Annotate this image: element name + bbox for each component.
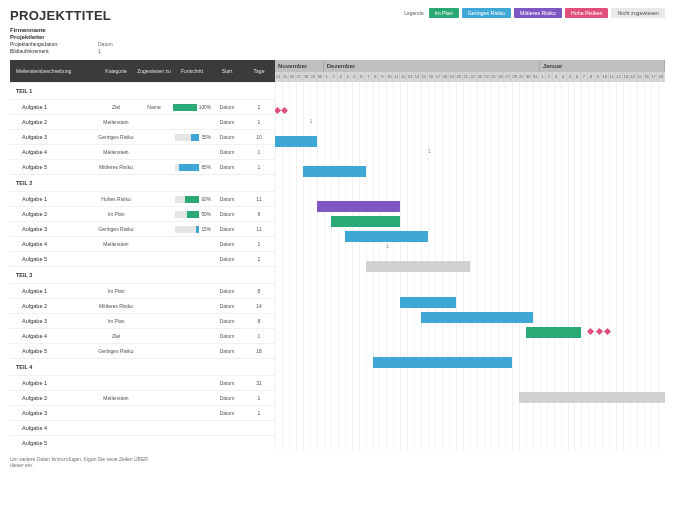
legend-chip: Hohe Risiken: [565, 8, 609, 18]
gantt-row: [275, 339, 665, 354]
day-cell: 27: [296, 72, 303, 82]
day-cell: 20: [456, 72, 463, 82]
gantt-row: 1: [275, 118, 665, 133]
gantt-row: [275, 163, 665, 178]
day-cell: 18: [657, 72, 664, 82]
day-cell: 6: [574, 72, 581, 82]
day-cell: 9: [595, 72, 602, 82]
col-days: Tage: [243, 68, 275, 74]
milestone-icon: [587, 327, 594, 334]
day-cell: 24: [275, 72, 282, 82]
table-row[interactable]: Aufgabe 4MeilensteinDatum1: [10, 236, 275, 251]
gantt-bar[interactable]: [366, 261, 470, 272]
gantt-row: [275, 434, 665, 449]
table-row[interactable]: Aufgabe 5Datum1: [10, 251, 275, 266]
gantt-bar[interactable]: [519, 392, 665, 403]
legend-chip: Mittleres Risiko: [514, 8, 562, 18]
gantt-bar[interactable]: [400, 297, 456, 308]
table-row[interactable]: Aufgabe 1Hohes Risiko60%Datum11: [10, 191, 275, 206]
table-row[interactable]: Aufgabe 2MeilensteinDatum1: [10, 114, 275, 129]
gantt-bar[interactable]: [345, 231, 429, 242]
day-cell: 3: [553, 72, 560, 82]
day-cell: 29: [518, 72, 525, 82]
col-progress: Fortschritt: [173, 68, 211, 74]
legend-chip: Geringes Risiko: [462, 8, 511, 18]
gantt-row: [275, 133, 665, 148]
table-row[interactable]: Aufgabe 5Geringes RisikoDatum18: [10, 343, 275, 358]
table-row[interactable]: Aufgabe 3Datum1: [10, 405, 275, 420]
goal-header: TEIL 4: [10, 358, 275, 375]
day-cell: 12: [400, 72, 407, 82]
gantt-bar[interactable]: [317, 201, 401, 212]
day-cell: 19: [449, 72, 456, 82]
company-label: Firmenname: [10, 27, 80, 33]
table-row[interactable]: Aufgabe 4MeilensteinDatum1: [10, 144, 275, 159]
gantt-row: [275, 258, 665, 273]
day-row: 2425262728293012345678910111213141516171…: [275, 72, 665, 82]
day-cell: 12: [616, 72, 623, 82]
day-cell: 9: [379, 72, 386, 82]
milestone-icon: [596, 327, 603, 334]
gantt-row: [275, 103, 665, 118]
gantt-bar[interactable]: [373, 357, 512, 368]
goal-header: TEIL 1: [10, 82, 275, 99]
gantt-row: 1: [275, 243, 665, 258]
day-cell: 2: [546, 72, 553, 82]
month-cell: Dezember: [324, 60, 540, 72]
day-cell: 15: [637, 72, 644, 82]
footer-note: Um weitere Daten hinzuzufügen, fügen Sie…: [10, 456, 160, 468]
gantt-chart: NovemberDezemberJanuar 24252627282930123…: [275, 60, 665, 450]
table-row[interactable]: Aufgabe 2Im Plan50%Datum9: [10, 206, 275, 221]
day-cell: 26: [289, 72, 296, 82]
legend-label: Legende: [404, 10, 423, 16]
gantt-row: [275, 294, 665, 309]
milestone-icon: [281, 106, 288, 113]
gantt-row: [275, 228, 665, 243]
gantt-bar[interactable]: [275, 136, 317, 147]
day-cell: 5: [351, 72, 358, 82]
table-row[interactable]: Aufgabe 1Im PlanDatum8: [10, 283, 275, 298]
gantt-bar[interactable]: [421, 312, 532, 323]
day-cell: 10: [602, 72, 609, 82]
col-start: Start: [211, 68, 243, 74]
table-row[interactable]: Aufgabe 5: [10, 435, 275, 450]
day-cell: 13: [623, 72, 630, 82]
table-row[interactable]: Aufgabe 4: [10, 420, 275, 435]
gantt-row: [275, 404, 665, 419]
legend-chip: Nicht zugewiesen: [611, 8, 665, 18]
day-cell: 6: [358, 72, 365, 82]
note-label: 1: [386, 244, 389, 249]
gantt-bar[interactable]: [331, 216, 401, 227]
gantt-bar[interactable]: [526, 327, 582, 338]
milestone-icon: [604, 327, 611, 334]
gantt-row: [275, 419, 665, 434]
table-row[interactable]: Aufgabe 3Geringes Risiko35%Datum10: [10, 129, 275, 144]
day-cell: 29: [310, 72, 317, 82]
table-row[interactable]: Aufgabe 3Geringes Risiko15%Datum11: [10, 221, 275, 236]
month-row: NovemberDezemberJanuar: [275, 60, 665, 72]
gantt-row: [275, 389, 665, 404]
month-cell: November: [275, 60, 324, 72]
table-row[interactable]: Aufgabe 2MeilensteinDatum1: [10, 390, 275, 405]
day-cell: 16: [644, 72, 651, 82]
day-cell: 30: [525, 72, 532, 82]
gantt-bar[interactable]: [303, 166, 366, 177]
table-row[interactable]: Aufgabe 4ZielDatum1: [10, 328, 275, 343]
table-row[interactable]: Aufgabe 2Mittleres RisikoDatum14: [10, 298, 275, 313]
note-label: 1: [428, 149, 431, 154]
col-task: Meilensteinbeschreibung: [10, 68, 97, 74]
day-cell: 28: [303, 72, 310, 82]
day-cell: 4: [560, 72, 567, 82]
day-cell: 1: [324, 72, 331, 82]
table-row[interactable]: Aufgabe 5Mittleres Risiko85%Datum1: [10, 159, 275, 174]
task-table: Meilensteinbeschreibung Kategorie Zugewi…: [10, 60, 275, 450]
rule-val: 1: [98, 48, 101, 54]
table-row[interactable]: Aufgabe 1Datum31: [10, 375, 275, 390]
table-row[interactable]: Aufgabe 1ZielName100%Datum1: [10, 99, 275, 114]
day-cell: 24: [484, 72, 491, 82]
meta-block: Firmenname Projektleiter Projektanfangsd…: [10, 27, 665, 54]
day-cell: 30: [317, 72, 324, 82]
table-row[interactable]: Aufgabe 3Im PlanDatum8: [10, 313, 275, 328]
day-cell: 5: [567, 72, 574, 82]
day-cell: 2: [331, 72, 338, 82]
